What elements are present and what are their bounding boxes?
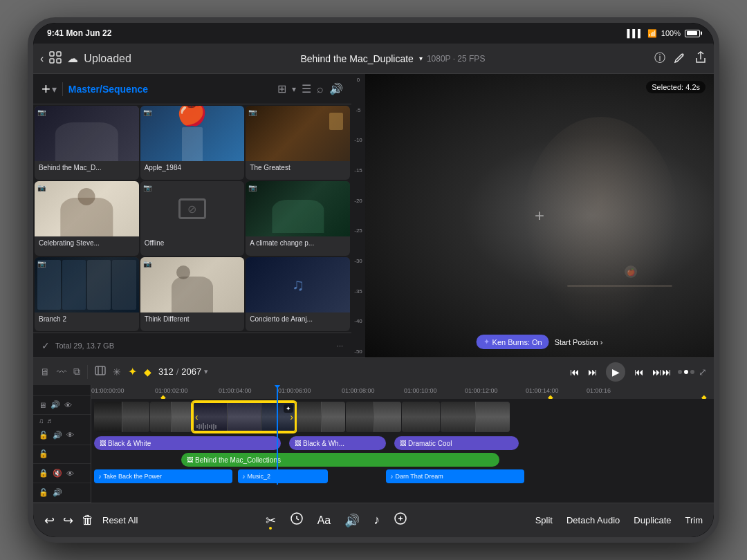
magic-icon[interactable]: ✦ — [128, 365, 137, 378]
media-thumb: 📷 — [35, 106, 139, 161]
track-music2-icon[interactable]: ♬ — [47, 417, 53, 424]
go-to-end-button[interactable]: ⏮⏮ — [652, 366, 671, 377]
audio-clip-darnthat[interactable]: ♪ Darn That Dream — [386, 469, 524, 483]
media-item[interactable]: 🍎 📷 Apple_1984 — [140, 106, 245, 180]
grid-icon[interactable]: ⊞ — [277, 82, 286, 95]
video-clip[interactable] — [297, 402, 345, 432]
media-thumb: 📷 — [140, 257, 245, 312]
step-back-button[interactable]: ⏭ — [588, 366, 598, 377]
go-to-start-button[interactable]: ⏮ — [570, 366, 580, 377]
video-clip[interactable] — [94, 402, 149, 432]
video-clip[interactable] — [402, 402, 440, 432]
track-monitor-icon[interactable]: 🖥 — [39, 401, 46, 409]
vol-icon[interactable]: 🔊 — [53, 431, 62, 440]
video-clip[interactable] — [346, 402, 401, 432]
video-clip[interactable] — [150, 402, 192, 432]
vol2-icon[interactable]: 🔊 — [53, 488, 62, 497]
cam-badge: 📷 — [248, 184, 257, 192]
lock2-icon[interactable]: 🔓 — [39, 449, 48, 458]
timeline-ruler: 01:00:00:00 01:00:02:00 01:00:04:00 01:0… — [91, 385, 714, 399]
project-chevron[interactable]: ▾ — [419, 55, 423, 62]
svg-rect-3 — [57, 59, 61, 63]
eye3-icon[interactable]: 👁 — [66, 469, 74, 478]
add-overlay[interactable]: + — [535, 206, 544, 225]
ruler-marks: 01:00:00:00 01:00:02:00 01:00:04:00 01:0… — [91, 385, 714, 399]
dot — [690, 370, 694, 374]
media-item[interactable]: 📷 The Greatest — [246, 106, 350, 180]
track-music-icon[interactable]: ♫ — [39, 417, 44, 424]
cam-badge: 📷 — [37, 184, 46, 192]
project-title[interactable]: Behind the Mac_Duplicate — [300, 53, 413, 64]
audio-icon[interactable]: 🔊 — [329, 82, 343, 95]
media-item[interactable]: ♫ Concierto de Aranj... — [246, 257, 350, 331]
redo-button[interactable]: ↪ — [63, 513, 73, 528]
mute-icon[interactable]: 🔇 — [53, 469, 62, 478]
undo-button[interactable]: ↩ — [44, 513, 55, 528]
media-label: Apple_1984 — [140, 161, 245, 174]
cam-badge: 📷 — [37, 260, 46, 268]
audio-clip-music2[interactable]: ♪ Music_2 — [238, 469, 328, 483]
add-media-button[interactable]: + ▾ — [42, 80, 57, 98]
track-eye-icon[interactable]: 👁 — [64, 401, 72, 409]
play-button[interactable]: ▶ — [606, 362, 625, 382]
media-item[interactable]: ⊘ 📷 Offline — [140, 181, 245, 255]
reset-all-button[interactable]: Reset All — [102, 515, 138, 525]
copy-icon[interactable]: ⧉ — [73, 366, 80, 377]
speed-button[interactable] — [290, 512, 304, 529]
music-button[interactable]: ♪ — [374, 513, 380, 528]
info-button[interactable]: ⓘ — [654, 51, 665, 66]
video-clip[interactable] — [441, 402, 510, 432]
start-position-button[interactable]: Start Postion › — [555, 338, 603, 346]
text-button[interactable]: Aa — [317, 514, 331, 527]
track-control-row: 🔒 🔇 👁 — [33, 464, 91, 483]
media-thumb: ♫ — [246, 257, 350, 312]
svg-rect-2 — [50, 59, 54, 63]
keyframe-icon[interactable]: ◆ — [144, 366, 151, 377]
playhead-effect2 — [277, 451, 278, 468]
detach-audio-button[interactable]: Detach Audio — [566, 515, 620, 525]
step-forward-button[interactable]: ⏭ — [634, 366, 643, 377]
media-item[interactable]: 📷 Celebrating Steve... — [35, 181, 139, 255]
waveform-icon[interactable]: 〰 — [57, 366, 66, 377]
effect-bar-dramatic[interactable]: 🖼 Dramatic Cool — [394, 436, 519, 450]
transform-icon[interactable]: ✳ — [113, 366, 121, 377]
audio-clip-takepower[interactable]: ♪ Take Back the Power — [94, 469, 232, 483]
grid-chevron[interactable]: ▾ — [292, 84, 296, 94]
media-item[interactable]: 📷 A climate change p... — [246, 181, 350, 255]
expand-icon[interactable]: ⤢ — [699, 366, 707, 377]
clip-container: ‹ › ✦ — [91, 400, 714, 433]
delete-button[interactable]: 🗑 — [82, 513, 94, 528]
duplicate-button[interactable]: Duplicate — [634, 515, 671, 525]
video-clip-selected[interactable]: ‹ › ✦ — [192, 402, 296, 432]
volume-button[interactable]: 🔊 — [344, 513, 360, 528]
monitor-icon[interactable]: 🖥 — [40, 366, 50, 377]
ruler-label: 01:00:10:00 — [404, 387, 437, 394]
battery-icon — [685, 30, 700, 37]
effect-bar-black-white2[interactable]: 🖼 Black & Wh... — [289, 436, 386, 450]
adjust-button[interactable] — [394, 512, 407, 529]
wifi-icon: 📶 — [647, 29, 657, 38]
trim-button[interactable]: Trim — [685, 515, 703, 525]
effect-bar-collections[interactable]: 🖼 Behind the Mac_Collections — [181, 453, 499, 467]
more-icon[interactable]: ··· — [337, 342, 343, 350]
media-item[interactable]: 📷 Behind the Mac_D... — [35, 106, 139, 180]
cut-button[interactable]: ✂ — [266, 513, 276, 528]
back-button[interactable]: ‹ — [40, 53, 44, 65]
media-item[interactable]: 📷 Think Different — [140, 257, 245, 331]
split-button[interactable]: Split — [535, 515, 553, 525]
search-button[interactable]: ⌕ — [317, 83, 324, 95]
share-button[interactable] — [694, 51, 707, 66]
pen-button[interactable] — [674, 51, 686, 66]
lock3-icon[interactable]: 🔒 — [39, 469, 48, 478]
lock-icon[interactable]: 🔓 — [39, 431, 48, 440]
media-item[interactable]: 📷 Branch 2 — [35, 257, 139, 331]
ken-burns-button[interactable]: ✦ Ken Burns: On — [477, 335, 549, 349]
lock4-icon[interactable]: 🔓 — [39, 488, 48, 497]
grid-view-button[interactable] — [49, 51, 62, 66]
track-volume-icon[interactable]: 🔊 — [50, 400, 60, 409]
trim-icon[interactable] — [95, 365, 106, 378]
eye2-icon[interactable]: 👁 — [66, 431, 74, 439]
list-icon[interactable]: ☰ — [302, 82, 311, 95]
playhead — [277, 385, 278, 399]
effect-bar-black-white[interactable]: 🖼 Black & White — [94, 436, 281, 450]
